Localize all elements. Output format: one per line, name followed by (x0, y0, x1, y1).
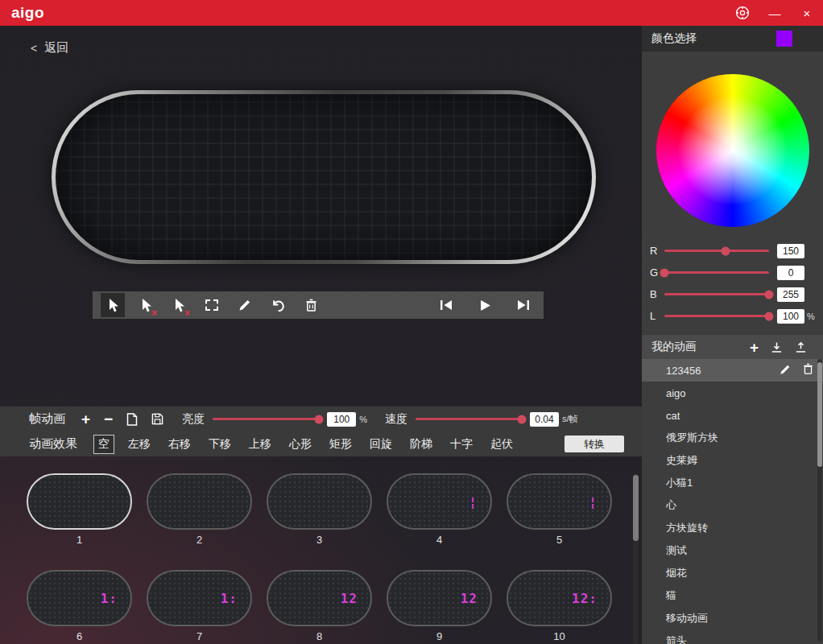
frame-cell-3[interactable]: 3 (267, 473, 372, 547)
frame-cell-6[interactable]: 1:6 (27, 570, 132, 644)
animation-item-烟花[interactable]: 烟花 (642, 562, 823, 584)
frame-thumbnail-9[interactable]: 12 (387, 570, 492, 626)
slider-track-l[interactable] (664, 315, 769, 317)
slider-value-r[interactable]: 150 (777, 244, 804, 258)
animations-scrollbar[interactable] (817, 359, 822, 641)
settings-button[interactable] (726, 0, 759, 26)
add-frame-button[interactable]: + (81, 411, 90, 427)
speed-slider-thumb[interactable] (518, 415, 527, 423)
frame-thumbnail-6[interactable]: 1: (27, 570, 132, 626)
frame-number: 6 (27, 630, 132, 644)
frame-thumbnail-2[interactable] (147, 473, 252, 530)
save-button[interactable] (151, 413, 163, 425)
frame-cell-1[interactable]: 1 (27, 473, 132, 547)
effect-button-空[interactable]: 空 (93, 435, 114, 454)
animations-scrollbar-thumb[interactable] (817, 362, 822, 467)
slider-thumb-l[interactable] (765, 312, 774, 320)
frame-number: 3 (267, 533, 372, 547)
rename-animation-button[interactable] (780, 364, 791, 378)
effect-button-右移[interactable]: 右移 (164, 436, 195, 453)
frame-thumbnail-7[interactable]: 1: (147, 570, 252, 626)
slider-track-b[interactable] (664, 293, 769, 295)
animation-item-cat[interactable]: cat (642, 404, 823, 427)
slider-track-g[interactable] (664, 271, 769, 274)
effect-button-矩形[interactable]: 矩形 (325, 436, 356, 453)
frame-cell-9[interactable]: 129 (387, 570, 492, 644)
led-display-canvas[interactable] (56, 94, 592, 260)
color-wheel[interactable] (656, 74, 809, 227)
effect-button-起伏[interactable]: 起伏 (486, 436, 517, 453)
frames-grid: 123¦4¦51:61:712812912:10 (27, 473, 612, 644)
color-slider-row-l: L100% (650, 305, 823, 327)
pencil-tool-button[interactable] (233, 293, 257, 317)
cursor-delete-tool-button[interactable]: × (167, 293, 191, 317)
effect-button-下移[interactable]: 下移 (205, 436, 235, 453)
animation-item-测试[interactable]: 测试 (642, 539, 823, 562)
slider-track-r[interactable] (664, 250, 769, 252)
frame-thumbnail-3[interactable] (267, 473, 372, 530)
brightness-slider[interactable] (213, 418, 319, 420)
skip-to-start-button[interactable] (434, 293, 458, 317)
animation-item-aigo[interactable]: aigo (642, 382, 823, 404)
back-label: 返回 (44, 40, 68, 56)
frame-thumbnail-8[interactable]: 12 (267, 570, 372, 626)
frame-cell-10[interactable]: 12:10 (507, 570, 612, 644)
minimize-button[interactable]: — (759, 0, 791, 26)
import-animation-button[interactable] (771, 341, 783, 353)
slider-value-b[interactable]: 255 (777, 287, 804, 302)
effect-button-回旋[interactable]: 回旋 (366, 436, 396, 453)
animation-item-123456[interactable]: 123456 (642, 359, 823, 382)
animation-item-小猫1[interactable]: 小猫1 (642, 472, 823, 494)
frame-cell-5[interactable]: ¦5 (507, 473, 612, 547)
frame-thumbnail-5[interactable]: ¦ (507, 473, 612, 530)
slider-thumb-r[interactable] (722, 246, 730, 255)
effect-button-十字[interactable]: 十字 (446, 436, 477, 453)
remove-frame-button[interactable]: − (104, 411, 113, 427)
back-button[interactable]: < 返回 (31, 40, 68, 56)
frame-cell-2[interactable]: 2 (147, 473, 252, 547)
frame-cell-4[interactable]: ¦4 (387, 473, 492, 547)
effects-list: 空左移右移下移上移心形矩形回旋阶梯十字起伏 (93, 435, 527, 454)
current-color-swatch[interactable] (776, 31, 792, 47)
delete-animation-button[interactable] (803, 363, 813, 378)
clear-frame-button[interactable] (299, 293, 323, 317)
animation-item-史莱姆[interactable]: 史莱姆 (642, 449, 823, 472)
close-button[interactable]: × (791, 0, 823, 26)
frame-thumbnail-4[interactable]: ¦ (387, 473, 492, 530)
open-file-button[interactable] (126, 413, 138, 426)
effect-button-阶梯[interactable]: 阶梯 (406, 436, 436, 453)
animation-item-猫[interactable]: 猫 (642, 584, 823, 607)
slider-thumb-b[interactable] (765, 290, 774, 299)
cursor-erase-tool-button[interactable]: × (134, 293, 158, 317)
frames-scrollbar-thumb[interactable] (633, 475, 639, 541)
effect-button-左移[interactable]: 左移 (124, 436, 155, 453)
frame-thumbnail-10[interactable]: 12: (507, 570, 612, 626)
effect-button-心形[interactable]: 心形 (285, 436, 316, 453)
frame-cell-7[interactable]: 1:7 (147, 570, 252, 644)
play-button[interactable] (473, 293, 497, 317)
skip-to-end-button[interactable] (511, 293, 536, 317)
effect-button-上移[interactable]: 上移 (245, 436, 275, 453)
export-animation-button[interactable] (795, 341, 807, 353)
slider-value-l[interactable]: 100 (777, 309, 804, 324)
speed-slider[interactable] (416, 418, 522, 420)
brightness-slider-thumb[interactable] (315, 415, 324, 423)
frame-cell-8[interactable]: 128 (267, 570, 372, 644)
animation-item-箭头[interactable]: 箭头 (642, 630, 823, 644)
animation-name: 方块旋转 (666, 521, 708, 535)
frames-scrollbar[interactable] (633, 473, 639, 644)
animation-item-心[interactable]: 心 (642, 494, 823, 517)
marquee-select-tool-button[interactable] (200, 293, 224, 317)
frame-thumbnail-1[interactable] (27, 473, 132, 530)
speed-value[interactable]: 0.04 (530, 412, 559, 427)
animation-item-俄罗斯方块[interactable]: 俄罗斯方块 (642, 427, 823, 449)
brightness-value[interactable]: 100 (327, 412, 356, 427)
slider-thumb-g[interactable] (660, 268, 669, 277)
animation-item-移动动画[interactable]: 移动动画 (642, 607, 823, 630)
convert-button[interactable]: 转换 (565, 436, 624, 452)
select-tool-button[interactable] (101, 293, 125, 317)
undo-button[interactable] (266, 293, 290, 317)
slider-value-g[interactable]: 0 (777, 266, 804, 280)
animation-item-方块旋转[interactable]: 方块旋转 (642, 517, 823, 539)
add-animation-button[interactable]: + (750, 340, 759, 355)
